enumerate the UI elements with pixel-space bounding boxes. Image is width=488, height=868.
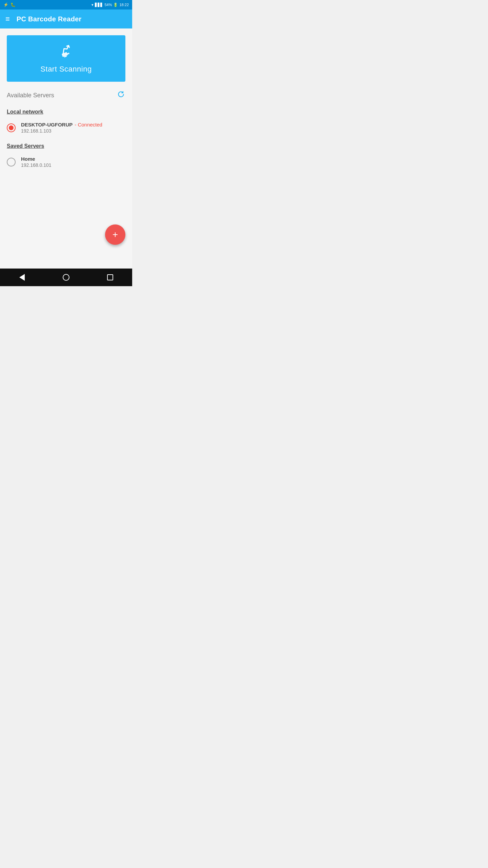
usb-icon: ⚡	[3, 2, 8, 7]
recents-button[interactable]	[103, 271, 117, 284]
home-circle-icon	[63, 274, 69, 281]
local-network-label: Local network	[0, 103, 132, 118]
wifi-icon: ▾	[92, 3, 94, 7]
back-button[interactable]	[15, 271, 29, 284]
server-item-home[interactable]: Home 192.168.0.101	[0, 152, 132, 172]
server-connected-label: - Connected	[75, 122, 102, 127]
start-scanning-button[interactable]: Start Scanning	[7, 35, 125, 82]
server-ip: 192.168.1.103	[21, 128, 102, 134]
available-servers-header: Available Servers	[0, 82, 132, 103]
server-item-desktop-ugforup[interactable]: DESKTOP-UGFORUP - Connected 192.168.1.10…	[0, 118, 132, 138]
server-info-home: Home 192.168.0.101	[21, 156, 52, 168]
app-title: PC Barcode Reader	[17, 15, 82, 23]
nav-bar	[0, 269, 132, 286]
saved-servers-label: Saved Servers	[0, 138, 132, 152]
server-name-row-home: Home	[21, 156, 52, 162]
barcode-scanner-icon	[56, 41, 76, 63]
scan-button-label: Start Scanning	[40, 65, 92, 74]
server-name-row: DESKTOP-UGFORUP - Connected	[21, 122, 102, 127]
status-bar-left: ⚡ 🐛	[3, 2, 16, 7]
radio-inner-dot	[9, 125, 14, 130]
server-info-desktop-ugforup: DESKTOP-UGFORUP - Connected 192.168.1.10…	[21, 122, 102, 134]
status-bar-right: ▾ ▋▋▋ 54% 🔋 18:22	[92, 3, 129, 7]
main-content: Start Scanning Available Servers Local n…	[0, 28, 132, 269]
radio-unselected-icon	[7, 158, 16, 166]
clock: 18:22	[119, 3, 129, 7]
status-bar: ⚡ 🐛 ▾ ▋▋▋ 54% 🔋 18:22	[0, 0, 132, 9]
back-triangle-icon	[19, 274, 25, 281]
toolbar: ≡ PC Barcode Reader	[0, 9, 132, 28]
refresh-icon[interactable]	[117, 90, 125, 101]
battery-percentage: 54%	[104, 3, 112, 7]
recents-square-icon	[107, 274, 113, 280]
signal-icon: ▋▋▋	[95, 3, 103, 7]
battery-icon: 🔋	[113, 3, 118, 7]
add-server-fab[interactable]: +	[105, 224, 125, 245]
radio-selected-icon	[7, 123, 16, 132]
server-name: DESKTOP-UGFORUP	[21, 122, 73, 127]
home-button[interactable]	[59, 271, 73, 284]
available-servers-title: Available Servers	[7, 92, 54, 99]
server-name-home: Home	[21, 156, 35, 162]
add-icon: +	[113, 230, 118, 239]
bug-icon: 🐛	[11, 2, 16, 7]
server-ip-home: 192.168.0.101	[21, 162, 52, 168]
menu-icon[interactable]: ≡	[5, 15, 10, 23]
